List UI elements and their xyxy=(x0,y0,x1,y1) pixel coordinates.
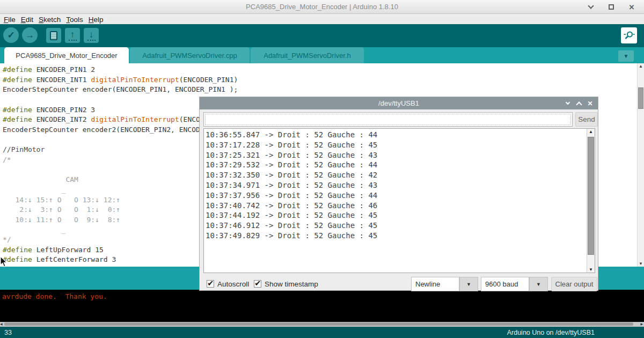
status-line-number: 33 xyxy=(0,329,12,336)
scroll-down-arrow-icon[interactable]: ▼ xyxy=(587,267,595,272)
menu-tools[interactable]: Tools xyxy=(63,16,86,24)
toolbar: ✓→↑↓ xyxy=(0,24,644,47)
close-icon: ✕ xyxy=(587,100,592,107)
save-button[interactable]: ↓ xyxy=(84,28,99,43)
open-button[interactable]: ↑ xyxy=(65,28,80,43)
maximize-button[interactable] xyxy=(608,3,615,11)
serial-output-line: 10:37:44.192 -> Droit : 52 Gauche : 45 xyxy=(206,210,377,221)
chevron-down-icon xyxy=(588,3,594,9)
menubar: FileEditSketchToolsHelp xyxy=(0,14,644,24)
autoscroll-label: Autoscroll xyxy=(217,280,249,288)
serial-close-button[interactable]: ✕ xyxy=(587,100,593,106)
window-title: PCA9685_Drive_Motor_Encoder | Arduino 1.… xyxy=(246,3,398,11)
console-output-text: avrdude done. Thank you. xyxy=(2,292,107,300)
menu-file[interactable]: File xyxy=(1,16,18,24)
serial-output-line: 10:37:32.350 -> Droit : 52 Gauche : 42 xyxy=(206,170,377,180)
check-icon: ✔ xyxy=(207,278,214,288)
baud-rate-dropdown-button[interactable]: ▼ xyxy=(529,277,548,291)
editor-vscrollbar[interactable]: ▲ ▼ xyxy=(637,63,644,267)
baud-rate-select[interactable]: 9600 baud xyxy=(481,277,529,291)
new-sketch-button[interactable] xyxy=(46,28,61,43)
serial-output-line: 10:37:46.912 -> Droit : 52 Gauche : 45 xyxy=(206,221,377,231)
status-board-info: Arduino Uno on /dev/ttyUSB1 xyxy=(507,329,644,336)
close-button[interactable]: ✕ xyxy=(628,3,635,11)
chevron-down-icon xyxy=(565,100,569,105)
serial-monitor-title: /dev/ttyUSB1 xyxy=(378,99,419,107)
serial-vscrollbar[interactable]: ▲ ▼ xyxy=(587,129,595,273)
chevron-down-icon: ▼ xyxy=(536,282,541,287)
menu-help[interactable]: Help xyxy=(86,16,106,24)
send-button[interactable]: Send xyxy=(575,112,598,127)
check-icon: ✓ xyxy=(7,31,14,40)
chevron-down-icon: ▼ xyxy=(624,53,629,59)
code-line: EncoderStepCounter encoder(ENCODER_PIN1,… xyxy=(3,85,242,95)
serial-output-line: 10:37:40.742 -> Droit : 52 Gauche : 46 xyxy=(206,201,377,211)
show-timestamp-checkbox[interactable]: ✔ xyxy=(254,280,261,288)
scroll-up-arrow-icon[interactable]: ▲ xyxy=(587,129,595,134)
line-ending-select[interactable]: Newline xyxy=(411,277,459,291)
serial-output-line: 10:37:25.321 -> Droit : 52 Gauche : 43 xyxy=(206,150,377,160)
document-icon xyxy=(50,31,57,40)
arrow-right-icon: → xyxy=(25,31,34,40)
menu-sketch[interactable]: Sketch xyxy=(36,16,63,24)
serial-restore-button[interactable] xyxy=(576,100,582,106)
chevron-down-icon: ▼ xyxy=(466,282,471,287)
tabbar: PCA9685_Drive_Motor_EncoderAdafruit_PWMS… xyxy=(0,47,644,63)
check-icon: ✔ xyxy=(254,278,261,288)
horizontal-scroll-thumb[interactable] xyxy=(4,322,633,326)
serial-output-line: 10:36:55.847 -> Droit : 52 Gauche : 44 xyxy=(206,130,377,140)
serial-scroll-thumb[interactable] xyxy=(588,137,594,255)
tab-adafruit-pwmservodriver-cpp[interactable]: Adafruit_PWMServoDriver.cpp xyxy=(130,47,250,63)
serial-output-line: 10:37:49.829 -> Droit : 52 Gauche : 45 xyxy=(206,231,377,241)
autoscroll-checkbox[interactable]: ✔ xyxy=(207,280,214,288)
code-line: #define ENCODER_INT1 digitalPinToInterru… xyxy=(3,75,242,85)
tab-pca9685-drive-motor-encoder[interactable]: PCA9685_Drive_Motor_Encoder xyxy=(4,47,129,63)
serial-monitor-window: /dev/ttyUSB1 ✕ Send 10:36:55.847 -> Droi… xyxy=(199,97,598,291)
menu-edit[interactable]: Edit xyxy=(18,16,36,24)
upload-button[interactable]: → xyxy=(22,27,38,43)
scroll-down-arrow-icon[interactable]: ▼ xyxy=(638,261,644,266)
serial-monitor-button[interactable] xyxy=(621,27,637,43)
magnifier-icon xyxy=(623,30,635,41)
scroll-left-arrow-icon[interactable]: ◀ xyxy=(0,322,3,327)
serial-output-line: 10:37:37.956 -> Droit : 52 Gauche : 44 xyxy=(206,190,377,201)
serial-minimize-button[interactable] xyxy=(565,100,570,106)
serial-input[interactable] xyxy=(203,112,573,127)
close-icon: ✕ xyxy=(629,4,635,11)
clear-output-button[interactable]: Clear output xyxy=(551,277,597,291)
serial-output-line: 10:37:34.971 -> Droit : 52 Gauche : 43 xyxy=(206,180,377,190)
serial-monitor-footer: ✔ Autoscroll ✔ Show timestamp Newline ▼ … xyxy=(200,273,598,291)
statusbar: 33 Arduino Uno on /dev/ttyUSB1 xyxy=(0,327,644,338)
horizontal-scrollbar[interactable]: ◀ ▶ xyxy=(0,322,644,327)
serial-output-line: 10:37:29.532 -> Droit : 52 Gauche : 44 xyxy=(206,160,377,170)
tab-adafruit-pwmservodriver-h[interactable]: Adafruit_PWMServoDriver.h xyxy=(251,47,364,63)
editor-scroll-thumb[interactable] xyxy=(638,87,643,109)
code-line: #define ENCODER_PIN1 2 xyxy=(3,65,242,75)
minimize-button[interactable] xyxy=(587,3,595,11)
show-timestamp-label: Show timestamp xyxy=(265,280,318,288)
tab-list-dropdown-button[interactable]: ▼ xyxy=(618,50,634,62)
console-panel[interactable]: avrdude done. Thank you. xyxy=(0,290,644,322)
verify-button[interactable]: ✓ xyxy=(3,27,19,43)
serial-output-line: 10:37:17.228 -> Droit : 52 Gauche : 45 xyxy=(206,140,377,150)
arrow-up-icon: ↑ xyxy=(69,30,77,41)
chevron-up-icon xyxy=(576,101,582,107)
titlebar: PCA9685_Drive_Motor_Encoder | Arduino 1.… xyxy=(0,0,644,14)
serial-monitor-titlebar: /dev/ttyUSB1 ✕ xyxy=(200,97,598,109)
scroll-up-arrow-icon[interactable]: ▲ xyxy=(638,64,644,69)
maximize-icon xyxy=(609,4,614,10)
scroll-right-arrow-icon[interactable]: ▶ xyxy=(640,322,643,327)
line-ending-dropdown-button[interactable]: ▼ xyxy=(459,277,478,291)
serial-output[interactable]: 10:36:55.847 -> Droit : 52 Gauche : 4410… xyxy=(203,128,595,273)
arrow-down-icon: ↓ xyxy=(87,30,96,41)
